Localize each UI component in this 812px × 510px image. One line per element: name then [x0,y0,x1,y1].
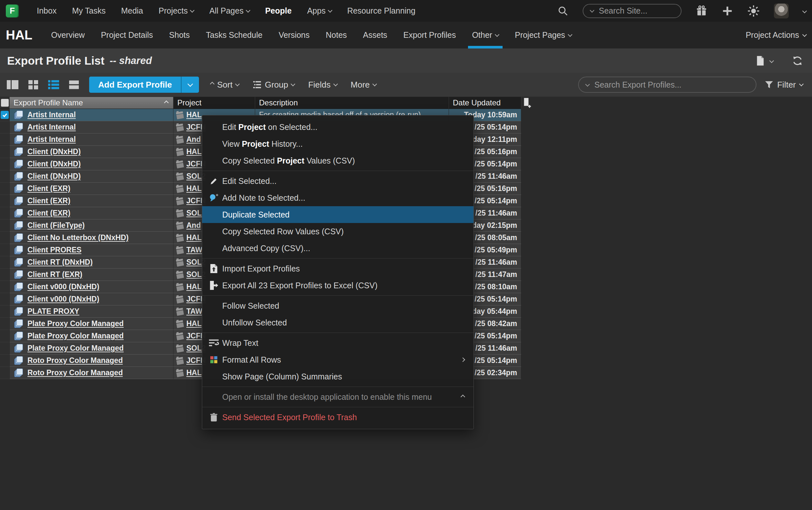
export-profile-link[interactable]: Client v000 (DNxHD) [27,295,99,304]
brightness-icon[interactable] [747,5,760,17]
column-header-project[interactable]: Project [174,97,255,109]
row-checkbox-cell[interactable] [0,134,10,146]
export-profile-link[interactable]: Artist Internal [27,123,76,132]
export-profile-search[interactable] [578,77,756,93]
export-profile-link[interactable]: Plate Proxy Color Managed [27,344,124,352]
add-export-profile-dropdown[interactable] [182,77,199,93]
row-checkbox-cell[interactable] [0,207,10,220]
nav-item-my-tasks[interactable]: My Tasks [72,6,106,16]
menu-item-send-selected-export-profile-to-trash[interactable]: Send Selected Export Profile to Trash [202,409,474,426]
card-view-icon[interactable] [68,80,80,89]
row-checkbox-cell[interactable] [0,182,10,195]
checkbox-checked-icon[interactable] [1,111,9,119]
menu-item-wrap-text[interactable]: Wrap Text [202,335,474,351]
export-profile-link[interactable]: Artist Internal [27,135,76,144]
menu-item-show-page-column-summaries[interactable]: Show Page (Column) Summaries [202,368,474,385]
site-search-input[interactable] [598,6,674,16]
tab-other[interactable]: Other [472,22,499,49]
export-profile-link[interactable]: Artist Internal [27,111,76,119]
export-profile-link[interactable]: Client No Letterbox (DNxHD) [27,233,128,242]
export-profile-link[interactable]: Client (EXR) [27,184,70,193]
menu-item-edit-selected[interactable]: Edit Selected... [202,173,474,189]
fields-button[interactable]: Fields [308,80,337,90]
menu-item-advanced-copy-csv[interactable]: Advanced Copy (CSV)... [202,240,474,257]
nav-item-apps[interactable]: Apps [307,6,332,16]
project-link[interactable]: HAL [186,319,202,328]
export-profile-link[interactable]: Client (DNxHD) [27,147,81,156]
export-profile-link[interactable]: Plate Proxy Color Managed [27,319,124,328]
group-button[interactable]: Group [252,80,295,90]
export-profile-link[interactable]: Client RT (DNxHD) [27,258,93,266]
row-checkbox-cell[interactable] [0,367,10,379]
add-column-button[interactable] [523,97,531,109]
row-checkbox-cell[interactable] [0,195,10,207]
project-actions-button[interactable]: Project Actions [746,22,806,49]
search-icon[interactable] [558,5,568,17]
add-new-icon[interactable] [722,5,733,17]
sort-button[interactable]: Sort [211,80,239,90]
row-checkbox-cell[interactable] [0,342,10,355]
project-link[interactable]: TAW [186,307,202,316]
more-button[interactable]: More [351,80,376,90]
export-profile-link[interactable]: Client PRORES [27,246,81,254]
menu-item-format-all-rows[interactable]: Format All Rows [202,351,474,368]
tab-versions[interactable]: Versions [279,22,310,49]
menu-item-unfollow-selected[interactable]: Unfollow Selected [202,314,474,331]
menu-item-view-project-history[interactable]: View Project History... [202,135,474,152]
project-link[interactable]: And [186,135,201,144]
tab-notes[interactable]: Notes [326,22,347,49]
row-checkbox-cell[interactable] [0,281,10,293]
project-link[interactable]: HAL [186,368,202,377]
export-profile-link[interactable]: Plate Proxy Color Managed [27,332,124,340]
menu-item-add-note-to-selected[interactable]: Add Note to Selected... [202,189,474,206]
export-profile-link[interactable]: Client (EXR) [27,209,70,218]
row-checkbox-cell[interactable] [0,109,10,121]
tab-project-pages[interactable]: Project Pages [515,22,572,49]
tab-overview[interactable]: Overview [51,22,85,49]
nav-item-projects[interactable]: Projects [158,6,194,16]
export-profile-link[interactable]: Client (EXR) [27,197,70,205]
page-menu-icon[interactable] [756,56,765,66]
menu-item-edit-project-on-selected[interactable]: Edit Project on Selected... [202,119,474,135]
menu-item-copy-selected-row-values-csv[interactable]: Copy Selected Row Values (CSV) [202,223,474,240]
project-link[interactable]: HAL [186,282,202,291]
row-checkbox-cell[interactable] [0,268,10,281]
export-profile-link[interactable]: Client (DNxHD) [27,172,81,181]
row-checkbox-cell[interactable] [0,232,10,244]
row-checkbox-cell[interactable] [0,170,10,182]
project-link[interactable]: HAL [186,233,202,242]
project-code[interactable]: HAL [6,22,32,49]
project-link[interactable]: HAL [186,147,202,156]
thumbnail-view-icon[interactable] [28,80,39,90]
nav-item-resource-planning[interactable]: Resource Planning [347,6,415,16]
nav-item-inbox[interactable]: Inbox [37,6,57,16]
menu-item-follow-selected[interactable]: Follow Selected [202,298,474,314]
select-all-checkbox[interactable] [0,97,10,109]
export-profile-link[interactable]: Client (FileType) [27,221,85,230]
row-checkbox-cell[interactable] [0,220,10,232]
chevron-down-icon[interactable] [770,58,774,63]
filter-button[interactable]: Filter [765,80,803,90]
add-export-profile-button[interactable]: Add Export Profile [89,77,199,93]
detail-pane-view-icon[interactable] [6,80,19,90]
tab-export-profiles[interactable]: Export Profiles [403,22,456,49]
row-checkbox-cell[interactable] [0,318,10,330]
project-link[interactable]: TAW [186,246,202,254]
export-profile-link[interactable]: Client v000 (DNxHD) [27,282,99,291]
tab-assets[interactable]: Assets [363,22,387,49]
export-profile-link[interactable]: Roto Proxy Color Managed [27,368,123,377]
nav-item-people[interactable]: People [265,6,292,16]
export-profile-link[interactable]: Client RT (EXR) [27,270,82,279]
site-search[interactable] [583,4,682,18]
tab-shots[interactable]: Shots [169,22,190,49]
list-view-icon[interactable] [48,80,59,89]
app-logo[interactable]: F [6,4,19,18]
column-header-date-updated[interactable]: Date Updated [449,97,521,109]
project-link[interactable]: HAL [186,184,202,193]
menu-item-copy-selected-project-values-csv[interactable]: Copy Selected Project Values (CSV) [202,152,474,169]
nav-item-all-pages[interactable]: All Pages [209,6,250,16]
row-checkbox-cell[interactable] [0,121,10,134]
project-link[interactable]: HAL [186,111,202,119]
row-checkbox-cell[interactable] [0,293,10,305]
gift-icon[interactable] [696,5,708,17]
